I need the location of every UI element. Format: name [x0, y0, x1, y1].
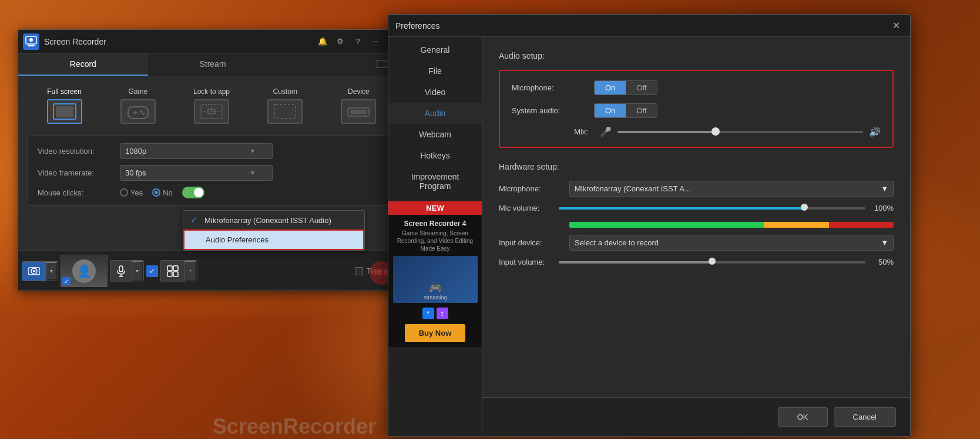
nav-video[interactable]: Video	[388, 82, 482, 103]
nav-general[interactable]: General	[388, 39, 482, 60]
mode-fullscreen[interactable]: Full screen	[28, 85, 101, 126]
svg-rect-31	[167, 272, 172, 276]
mouse-clicks-label: Mouse clicks:	[38, 188, 120, 197]
mix-label: Mix:	[512, 127, 594, 136]
mode-device[interactable]: Device	[322, 85, 395, 126]
mic-volume-row: Mic volume: 100%	[499, 204, 894, 212]
camera-button[interactable]	[22, 262, 46, 281]
mode-device-label: Device	[348, 87, 370, 96]
input-volume-thumb	[709, 258, 716, 265]
system-audio-toggle-pair: On Off	[594, 103, 657, 118]
mic-volume-value: 100%	[870, 204, 894, 212]
mode-lock-to-app[interactable]: Lock to app	[174, 85, 248, 126]
system-audio-on-button[interactable]: On	[595, 104, 626, 117]
video-resolution-dropdown[interactable]: 1080p ▼	[120, 143, 385, 159]
ad-social-icons: f t	[393, 308, 477, 319]
ok-button[interactable]: OK	[778, 407, 828, 427]
input-device-label: Input device:	[499, 238, 569, 247]
sr-window-title: Screen Recorder	[44, 37, 316, 46]
pref-nav: General File Video Audio Webcam Hotkeys …	[388, 37, 482, 436]
mode-lock-label: Lock to app	[193, 87, 230, 96]
video-framerate-dropdown[interactable]: 30 fps ▼	[120, 165, 385, 181]
microphone-on-button[interactable]: On	[595, 81, 626, 94]
nav-hotkeys[interactable]: Hotkeys	[388, 145, 482, 166]
system-audio-toggle-row: System audio: On Off	[512, 103, 881, 118]
pref-close-button[interactable]: ✕	[889, 19, 903, 33]
ad-banner: NEW Screen Recorder 4 Game Streaming, Sc…	[388, 201, 482, 347]
audio-setup-title: Audio setup:	[499, 51, 894, 60]
input-device-dropdown[interactable]: Select a device to record ▼	[569, 235, 894, 251]
mode-custom-icon	[267, 99, 303, 124]
mic-volume-slider[interactable]	[559, 207, 865, 210]
input-device-dropdown-arrow: ▼	[881, 238, 888, 247]
nav-webcam[interactable]: Webcam	[388, 124, 482, 145]
mix-slider-thumb	[711, 127, 720, 136]
microphone-toggle-row: Microphone: On Off	[512, 80, 881, 95]
ad-buy-button[interactable]: Buy Now	[405, 324, 466, 342]
svg-rect-29	[167, 266, 172, 271]
svg-point-1	[29, 38, 33, 42]
radio-no-circle	[152, 188, 160, 197]
sr-logo-icon	[23, 33, 39, 50]
cancel-button[interactable]: Cancel	[834, 407, 896, 427]
svg-point-11	[140, 110, 142, 113]
effects-dropdown-button[interactable]: +	[184, 261, 197, 282]
mouse-yes-radio[interactable]: Yes	[120, 188, 143, 197]
ad-thumbnail: 🎮 streaming ▶	[393, 256, 478, 303]
microphone-button-group: ▾	[110, 260, 144, 282]
microphone-off-button[interactable]: Off	[626, 81, 657, 94]
microphone-toggle-pair: On Off	[594, 80, 657, 95]
svg-rect-2	[28, 45, 35, 46]
microphone-button[interactable]	[110, 261, 132, 282]
minimize-button[interactable]: ─	[368, 35, 382, 49]
hw-microphone-label: Microphone:	[499, 184, 569, 193]
ad-new-badge: NEW	[388, 201, 482, 215]
camera-preview: 👤 ✓	[61, 255, 108, 287]
input-volume-slider[interactable]	[559, 261, 865, 264]
mouse-clicks-toggle[interactable]	[182, 187, 204, 198]
mouse-no-radio[interactable]: No	[152, 188, 173, 197]
mic-volume-label: Mic volume:	[499, 204, 559, 212]
camera-dropdown-button[interactable]: ▾	[46, 262, 58, 281]
nav-file[interactable]: File	[388, 60, 482, 82]
screen-mode-icon[interactable]	[377, 60, 387, 70]
video-framerate-row: Video framerate: 30 fps ▼	[38, 165, 385, 181]
pref-content: Audio setup: Microphone: On Off System a…	[482, 37, 910, 397]
nav-audio[interactable]: Audio	[388, 103, 482, 124]
effects-button[interactable]	[161, 261, 184, 282]
input-volume-track	[559, 261, 712, 264]
svg-rect-30	[173, 266, 178, 271]
settings-icon[interactable]: ⚙	[333, 35, 347, 49]
system-audio-off-button[interactable]: Off	[626, 104, 657, 117]
mode-fullscreen-label: Full screen	[47, 87, 82, 96]
dropdown-arrow-icon: ▼	[250, 148, 256, 154]
hw-microphone-dropdown[interactable]: Mikrofonarray (Conexant ISST A... ▼	[569, 181, 894, 197]
microphone-dropdown-button[interactable]: ▾	[132, 261, 143, 282]
mic-volume-track	[559, 207, 804, 210]
mix-slider[interactable]	[617, 131, 863, 133]
input-volume-label: Input volume:	[499, 258, 559, 266]
mic-level-bar-container	[569, 220, 894, 228]
dropdown-arrow-icon2: ▼	[250, 170, 256, 176]
ad-title: Screen Recorder 4	[393, 220, 477, 228]
dropdown-item-audio-preferences[interactable]: Audio Preferences	[183, 229, 364, 250]
mix-slider-track	[617, 131, 716, 133]
facebook-icon: f	[422, 308, 434, 319]
hw-mic-dropdown-arrow: ▼	[881, 184, 888, 193]
svg-point-12	[142, 113, 145, 115]
notifications-icon[interactable]: 🔔	[316, 35, 330, 49]
mouse-clicks-options: Yes No	[120, 187, 385, 198]
dropdown-item-mikrofonarray[interactable]: ✓ Mikrofonarray (Conexant ISST Audio)	[183, 211, 364, 229]
input-device-row: Input device: Select a device to record …	[499, 235, 894, 251]
tab-record[interactable]: Record	[18, 53, 148, 76]
nav-improvement[interactable]: Improvement Program	[388, 166, 482, 197]
svg-rect-8	[128, 107, 148, 119]
speaker-mix-icon: 🔊	[869, 126, 881, 137]
time-limit-checkbox[interactable]	[355, 267, 363, 275]
help-icon[interactable]: ?	[351, 35, 365, 49]
toggle-knob	[194, 188, 203, 197]
pref-body: General File Video Audio Webcam Hotkeys …	[388, 37, 910, 436]
mode-custom[interactable]: Custom	[249, 85, 322, 126]
mode-game[interactable]: Game	[101, 85, 174, 126]
tab-stream[interactable]: Stream	[148, 53, 278, 76]
